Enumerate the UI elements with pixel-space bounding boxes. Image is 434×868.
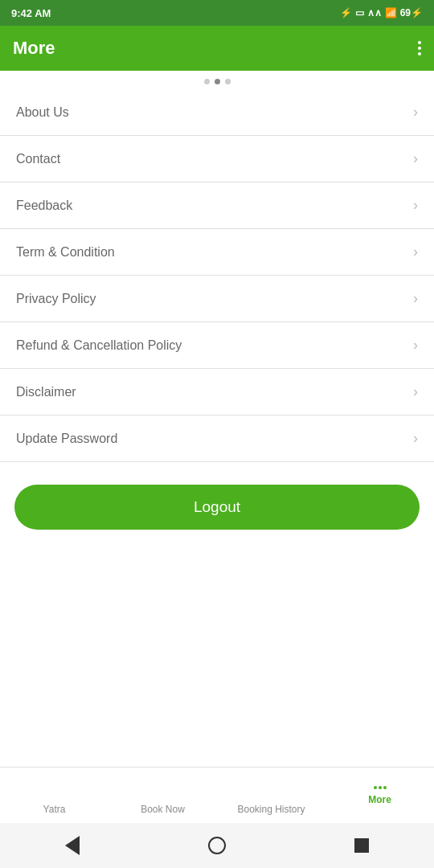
scroll-dot-3 [225,79,231,84]
nav-item-book-now[interactable]: Book Now [108,776,217,815]
nav-label-booking-history: Booking History [237,804,305,815]
logout-button[interactable]: Logout [14,485,420,530]
status-time: 9:42 AM [11,7,51,19]
menu-list: About Us › Contact › Feedback › Term & C… [0,89,434,462]
more-nav-icon [374,786,387,791]
nav-item-more[interactable]: More [326,786,434,805]
bluetooth-icon: ⚡ [340,7,352,18]
chevron-right-icon: › [413,430,418,447]
chevron-right-icon: › [413,104,418,121]
more-dots-icon [374,786,387,789]
wifi-icon: 📶 [385,7,397,18]
menu-item-feedback[interactable]: Feedback › [0,182,434,229]
page-title: More [13,38,55,59]
menu-label-update-password: Update Password [16,432,117,446]
battery-level: 69⚡ [400,7,423,18]
chevron-right-icon: › [413,150,418,167]
chevron-right-icon: › [413,337,418,354]
menu-item-term-condition[interactable]: Term & Condition › [0,229,434,276]
menu-item-disclaimer[interactable]: Disclaimer › [0,369,434,416]
menu-item-refund-cancellation[interactable]: Refund & Cancellation Policy › [0,322,434,369]
menu-label-disclaimer: Disclaimer [16,385,76,399]
nav-label-yatra: Yatra [43,804,66,815]
nav-item-yatra[interactable]: Yatra [0,776,108,815]
status-icons: ⚡ ▭ ∧∧ 📶 69⚡ [340,7,423,18]
scroll-indicator [0,71,434,89]
battery-icon: ▭ [355,7,364,18]
menu-item-privacy-policy[interactable]: Privacy Policy › [0,276,434,322]
vertical-dots-icon [418,41,421,55]
chevron-right-icon: › [413,290,418,307]
menu-label-refund-cancellation: Refund & Cancellation Policy [16,338,182,353]
scroll-dot-1 [204,79,210,84]
nav-label-book-now: Book Now [141,804,185,815]
home-circle-icon [208,837,226,854]
nav-item-booking-history[interactable]: Booking History [217,776,326,815]
android-nav-bar [0,823,434,868]
more-options-button[interactable] [418,41,421,55]
logout-section: Logout [0,462,434,544]
bottom-nav: Yatra Book Now Booking [0,767,434,823]
android-back-button[interactable] [60,833,84,858]
menu-label-about-us: About Us [16,105,69,120]
android-recents-button[interactable] [350,833,374,858]
recents-square-icon [354,838,369,853]
chevron-right-icon: › [413,383,418,400]
menu-item-about-us[interactable]: About Us › [0,89,434,136]
chevron-right-icon: › [413,244,418,260]
menu-item-contact[interactable]: Contact › [0,136,434,182]
scroll-dot-2 [215,79,220,84]
menu-label-contact: Contact [16,152,60,166]
menu-label-feedback: Feedback [16,199,72,213]
chevron-right-icon: › [413,197,418,214]
menu-item-update-password[interactable]: Update Password › [0,416,434,462]
header: More [0,26,434,71]
menu-label-privacy-policy: Privacy Policy [16,292,96,306]
back-triangle-icon [65,836,80,855]
android-home-button[interactable] [205,833,229,858]
signal-icon: ∧∧ [367,7,382,18]
menu-label-term-condition: Term & Condition [16,245,115,260]
status-bar: 9:42 AM ⚡ ▭ ∧∧ 📶 69⚡ [0,0,434,26]
nav-label-more: More [368,794,391,805]
